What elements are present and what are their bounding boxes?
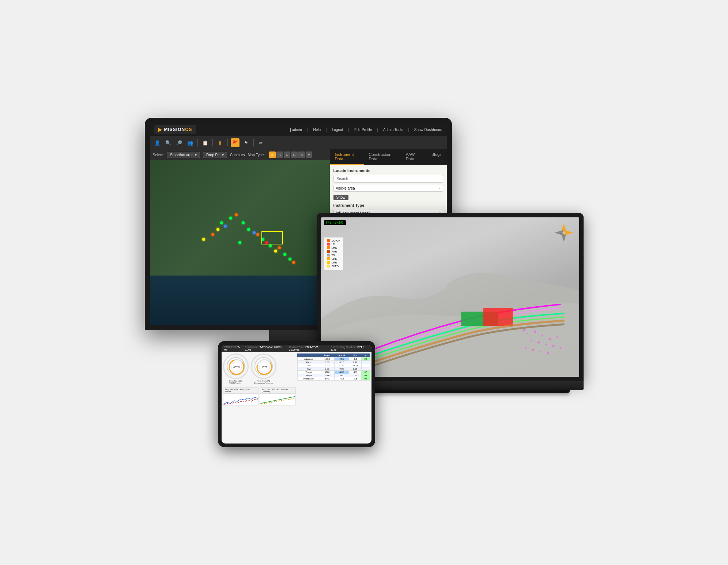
instrument-marker[interactable] [278,246,281,249]
instrument-marker[interactable] [261,238,264,241]
map-type-a[interactable]: A [276,151,283,158]
instrument-marker[interactable] [247,228,250,231]
ring-label: Current Ring Number: 1071 / 2146 [331,346,368,351]
instrument-marker[interactable] [229,217,232,220]
nav-logout[interactable]: Logout [332,128,343,132]
instrument-marker[interactable] [269,244,272,247]
map-type-g[interactable]: G [291,151,298,158]
legend-mg-oh: MG/OH [327,239,340,242]
tablet-data-table: Target Actual Diff % Advance [297,353,370,442]
flag-orange-icon[interactable]: 🚩 [231,138,239,147]
nav-edit-profile[interactable]: Edit Profile [354,128,372,132]
excavation-dial-svg: 1071 [255,358,274,376]
svg-rect-1 [483,308,513,326]
instrument-marker[interactable] [235,213,238,216]
instrument-marker[interactable] [274,250,277,252]
toolbar-separator-4 [253,139,254,146]
map-type-v[interactable]: V [306,151,312,158]
instrument-marker[interactable] [220,221,223,224]
instrument-marker[interactable] [292,261,295,264]
instrument-search-input[interactable] [333,175,443,183]
clipboard-icon[interactable]: 📋 [201,138,210,147]
map-type-buttons: B A C G U V [269,151,312,158]
instrument-marker[interactable] [288,258,291,261]
nav-links: | admin | Help | Logout | Edit Profile |… [290,128,442,132]
instrument-marker[interactable] [216,228,219,231]
legend-lmg: LMG [327,246,340,249]
tab-instrument-data[interactable]: Instrument Data [330,149,364,165]
svg-point-12 [560,347,561,349]
instrument-marker[interactable] [256,233,259,236]
instrument-marker[interactable] [224,225,227,228]
flag-grey-icon[interactable]: ⚑ [242,138,250,147]
pencil-icon[interactable]: ✏ [257,138,265,147]
svg-point-7 [556,336,558,338]
drop-pin-button[interactable]: Drop Pin ▾ [203,152,227,158]
table-row: Yaw 0.00 0.05 0.05 [297,367,370,371]
fps-badge: FPS (0-34) [324,220,346,225]
legend-chk: CHK [327,257,340,260]
tablet-content: PROJECT: T-07 Child Name: T-07-Bahar_01/… [222,345,371,444]
main-scene: ▶ MISSIONOS | admin | Help | Logout | Ed… [145,118,584,447]
instrument-marker[interactable] [242,221,245,224]
instrument-marker[interactable] [253,231,256,234]
col-header-pct: % [361,353,370,358]
legend-har: HAR [327,250,340,253]
mini-chart-1: Ring No:1071 - Weight VS Thrust [223,387,259,405]
nav-show-dashboard[interactable]: Show Dashboard [414,128,442,132]
legend-color-chk [327,257,330,260]
table-row: Advance 100.0 98.5 -1.5 98 [297,358,370,361]
map-land-layer [150,160,330,276]
nav-admin-tools[interactable]: Admin Tools [383,128,403,132]
tablet: PROJECT: T-07 Child Name: T-07-Bahar_01/… [218,341,375,447]
search-user-icon[interactable]: 👤 [153,138,162,147]
svg-marker-20 [555,230,564,236]
tab-blogs[interactable]: Blogs [426,149,447,165]
zoom-icon[interactable]: 🔎 [175,138,184,147]
tablet-bezel: PROJECT: T-07 Child Name: T-07-Bahar_01/… [218,341,375,447]
child-name-label: Child Name: T-07-Bahar_01/07-01/02 [245,346,286,351]
show-button[interactable]: Show [333,195,348,200]
nav-help[interactable]: Help [313,128,321,132]
svg-point-10 [545,344,547,345]
toolbar: 👤 🔍 🔎 👥 📋 ⟫ 🚩 ⚑ ✏ [150,136,447,149]
add-user-icon[interactable]: 🔍 [164,138,173,147]
project-label: PROJECT: T-07 [225,346,242,351]
visible-area-dropdown[interactable]: Visible area ▾ [333,185,443,192]
instrument-marker[interactable] [238,241,241,244]
map-type-c[interactable]: C [284,151,290,158]
instrument-marker[interactable] [283,253,286,256]
legend-ts: TS [327,254,340,257]
dropdown-arrow-icon: ▾ [439,187,441,190]
map-controls-bar: Select: Selection area ▾ Drop Pin ▾ Cont… [150,149,330,160]
tab-aaw-data[interactable]: AAW Data [401,149,426,165]
map-view[interactable] [150,160,330,325]
instrument-marker[interactable] [202,238,205,241]
table-row: Thrust 5000 4850 -150 97 [297,371,370,374]
selection-area-button[interactable]: Selection area ▾ [167,152,200,158]
table-row: Roll 0.00 -0.23 -0.23 [297,364,370,367]
tablet-header: PROJECT: T-07 Child Name: T-07-Bahar_01/… [222,345,371,352]
tab-construction-data[interactable]: Construction Data [364,149,401,165]
excavation-dial: 1071 [251,353,276,379]
logo: ▶ MISSIONOS [154,125,196,134]
table-row: Torque 1500 1480 -20 99 [297,374,370,377]
instrument-marker[interactable] [211,233,214,236]
svg-point-13 [525,347,526,349]
group-icon[interactable]: 👥 [186,138,195,147]
svg-point-5 [542,334,543,336]
col-header-param [297,353,320,358]
instrument-marker[interactable] [265,241,268,244]
nav-user: | admin [290,128,302,132]
current-time-label: Current Time: 2020-07-25 21:00:01 [289,346,328,351]
map-type-u[interactable]: U [298,151,305,158]
svg-point-8 [530,340,532,341]
instrument-type-title: Instrument Type [333,203,443,207]
double-arrow-icon[interactable]: ⟫ [216,138,225,147]
legend-color-upr [327,261,330,264]
map-type-b[interactable]: B [269,151,276,158]
legend-supd: SUPD [327,265,340,267]
dial-container: 457.5 Ring No:1071TBM Position [223,353,296,384]
toolbar-separator-2 [212,139,213,146]
tablet-body: 457.5 Ring No:1071TBM Position [222,352,371,444]
